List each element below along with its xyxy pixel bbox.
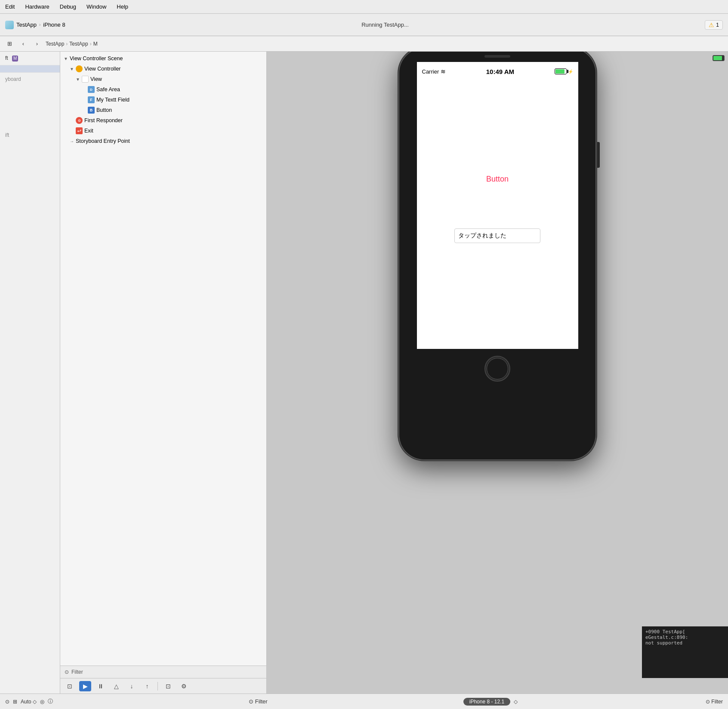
forward-btn[interactable]: › xyxy=(32,39,42,49)
responder-label: First Responder xyxy=(84,117,123,123)
chevron-device[interactable]: ◇ xyxy=(514,699,518,705)
top-right-battery xyxy=(713,55,725,61)
tree-row-vc[interactable]: ▼ View Controller xyxy=(60,64,266,74)
left-item-ft[interactable]: ft M xyxy=(0,52,60,65)
scene-tree: ▼ View Controller Scene ▼ View Controlle… xyxy=(60,52,266,666)
app-icon xyxy=(5,21,14,29)
filter-right-text: Filter xyxy=(711,699,723,705)
iphone-speaker xyxy=(484,55,510,58)
ios-app-content: Button タップされました xyxy=(417,81,578,349)
ios-textfield[interactable]: タップされました xyxy=(454,228,540,243)
exit-label: Exit xyxy=(84,128,93,134)
clock-icon: ⊙ xyxy=(5,699,9,705)
button-label: Button xyxy=(96,107,112,113)
menu-window[interactable]: Window xyxy=(86,3,106,10)
menu-debug[interactable]: Debug xyxy=(60,3,76,10)
wifi-icon: ≋ xyxy=(441,68,446,75)
warning-count: 1 xyxy=(716,22,719,28)
home-btn-inner xyxy=(487,358,508,379)
menu-hardware[interactable]: Hardware xyxy=(25,3,49,10)
menu-edit[interactable]: Edit xyxy=(5,3,15,10)
tree-row-button[interactable]: ▶ B Button xyxy=(60,105,266,115)
menu-help[interactable]: Help xyxy=(117,3,128,10)
textfield-icon: F xyxy=(88,96,95,103)
top-battery-icon xyxy=(713,55,725,61)
left-item-ift: ift xyxy=(0,129,60,142)
tree-row-responder[interactable]: ▶ ⊙ First Responder xyxy=(60,115,266,126)
iphone-home-button[interactable] xyxy=(484,356,510,382)
left-narrow-panel: ft M yboard ift xyxy=(0,52,60,694)
tree-row-scene[interactable]: ▼ View Controller Scene xyxy=(60,53,266,64)
tree-row-textfield[interactable]: ▶ F My Textt Field xyxy=(60,95,266,105)
filter-right-icon: ⊙ xyxy=(706,699,710,705)
tool-down-btn[interactable]: ⊡ xyxy=(64,681,76,691)
tool-down2-btn[interactable]: ↓ xyxy=(126,681,138,691)
tree-row-entry[interactable]: → Storyboard Entry Point xyxy=(60,136,266,146)
tool-up2-btn[interactable]: ↑ xyxy=(141,681,153,691)
tree-row-exit[interactable]: ▶ ⮐ Exit xyxy=(60,126,266,136)
bottom-bar: ⊙ ⊞ Auto ◇ ◎ ⓘ ⊙ Filter iPhone 8 - 12.1 … xyxy=(0,694,728,709)
breadcrumb-sep-2: › xyxy=(90,41,92,47)
battery-fill xyxy=(555,69,565,74)
filter-label: Filter xyxy=(71,669,83,675)
warning-icon: ⚠ xyxy=(709,22,714,28)
arrow-vc: ▼ xyxy=(70,67,76,71)
left-item-keyboard: yboard xyxy=(0,73,60,86)
entry-label: Storyboard Entry Point xyxy=(76,138,130,144)
filter-center[interactable]: ⊙ Filter xyxy=(56,698,460,705)
view-label: View xyxy=(90,76,102,82)
menu-bar: Edit Hardware Debug Window Help xyxy=(0,0,728,14)
auto-label: Auto ◇ xyxy=(21,699,37,705)
ios-status-bar: Carrier ≋ 10:49 AM ⚡ xyxy=(417,62,578,81)
eye-icon: ◎ xyxy=(40,699,44,705)
filter-center-icon: ⊙ xyxy=(249,698,253,705)
filter-icon: ⊙ xyxy=(65,669,69,675)
breadcrumb-sep-1: › xyxy=(66,41,68,47)
filter-right-label[interactable]: ⊙ Filter xyxy=(521,699,723,705)
app-name: TestApp xyxy=(16,22,37,28)
arrow-scene: ▼ xyxy=(64,56,70,61)
tree-row-safe[interactable]: ▶ D Safe Area xyxy=(60,84,266,95)
tree-row-view[interactable]: ▼ View xyxy=(60,74,266,84)
arrow-view: ▼ xyxy=(76,77,82,82)
console-line-1: +0900 TestApp[ xyxy=(645,629,725,635)
filter-bar: ⊙ Filter xyxy=(60,666,266,678)
main-toolbar: TestApp › iPhone 8 Running TestApp... ⚠ … xyxy=(0,14,728,36)
device-label-btn[interactable]: iPhone 8 - 12.1 xyxy=(463,698,510,706)
status-time: 10:49 AM xyxy=(446,68,554,75)
secondary-toolbar: ⊞ ‹ › TestApp › TestApp › M xyxy=(0,36,728,52)
button-icon: B xyxy=(88,107,95,114)
left-item-m-selected[interactable] xyxy=(0,65,60,73)
chevron-icon: › xyxy=(39,22,40,27)
tool-active-btn[interactable]: ▶ xyxy=(79,681,91,691)
ios-textfield-content: タップされました xyxy=(458,232,506,240)
iphone-frame: Carrier ≋ 10:49 AM ⚡ Button タップされました xyxy=(398,52,596,460)
top-battery-fill xyxy=(713,56,722,60)
back-btn[interactable]: ‹ xyxy=(18,39,28,49)
exit-icon: ⮐ xyxy=(76,127,83,134)
tool-more-btn[interactable]: ⚙ xyxy=(178,681,190,691)
vc-label: View Controller xyxy=(84,66,121,72)
safe-icon: D xyxy=(88,86,95,93)
carrier-label: Carrier xyxy=(422,68,439,75)
breadcrumb-app[interactable]: TestApp xyxy=(46,41,64,47)
battery-icon xyxy=(555,68,567,74)
safe-label: Safe Area xyxy=(96,86,120,92)
grid-view-btn[interactable]: ⊞ xyxy=(4,39,15,49)
warning-badge[interactable]: ⚠ 1 xyxy=(705,20,723,30)
console-line-2: eGestalt.c:890: xyxy=(645,635,725,640)
tool-up-btn[interactable]: △ xyxy=(110,681,122,691)
tool-row: ⊡ ▶ ⏸ △ ↓ ↑ ⊡ ⚙ xyxy=(60,678,266,694)
iphone-screen: Carrier ≋ 10:49 AM ⚡ Button タップされました xyxy=(417,62,578,349)
side-button xyxy=(597,142,600,168)
info-icon: ⓘ xyxy=(48,698,53,705)
ios-button[interactable]: Button xyxy=(486,175,509,184)
grid-icon: ⊞ xyxy=(13,699,17,705)
tool-split-btn[interactable]: ⊡ xyxy=(162,681,174,691)
breadcrumb-app2[interactable]: TestApp xyxy=(69,41,88,47)
scene-label: View Controller Scene xyxy=(70,55,123,62)
tool-pause-btn[interactable]: ⏸ xyxy=(95,681,107,691)
tool-divider-1 xyxy=(157,682,158,691)
breadcrumb-m[interactable]: M xyxy=(93,41,98,47)
vc-icon xyxy=(76,65,83,72)
